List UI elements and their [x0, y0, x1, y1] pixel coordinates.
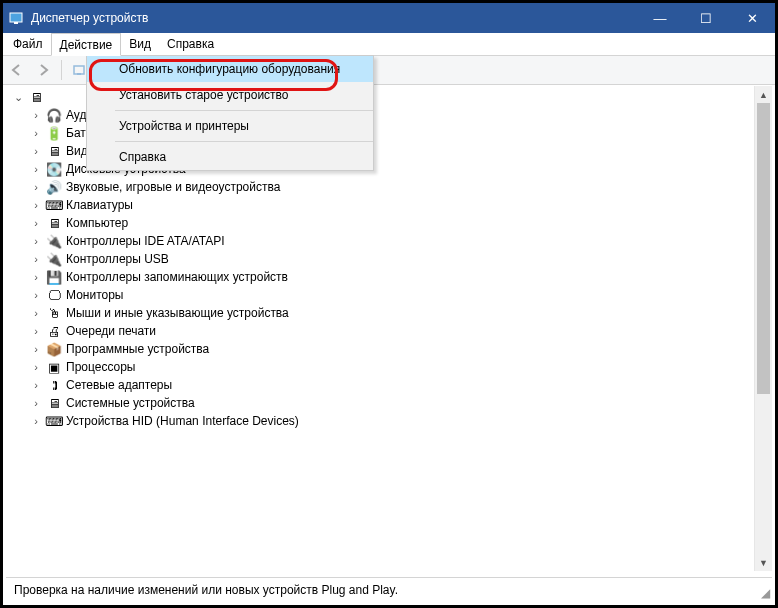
device-label: Контроллеры USB	[66, 252, 169, 266]
expand-icon[interactable]: ›	[30, 109, 42, 121]
device-icon: 🔊	[46, 179, 62, 195]
device-icon: 💽	[46, 161, 62, 177]
device-label: Сетевые адаптеры	[66, 378, 172, 392]
menu-action[interactable]: Действие	[51, 33, 122, 56]
tree-item[interactable]: ›💾Контроллеры запоминающих устройств	[12, 268, 772, 286]
expand-icon[interactable]: ›	[30, 415, 42, 427]
device-icon: 📦	[46, 341, 62, 357]
device-icon: ▣	[46, 359, 62, 375]
device-icon: 💾	[46, 269, 62, 285]
menuitem-help[interactable]: Справка	[87, 144, 373, 170]
expand-icon[interactable]: ›	[30, 397, 42, 409]
svg-rect-3	[77, 73, 81, 75]
expand-icon[interactable]: ›	[30, 379, 42, 391]
close-button[interactable]: ✕	[729, 3, 775, 33]
svg-rect-1	[14, 22, 18, 24]
window-title: Диспетчер устройств	[31, 11, 637, 25]
expand-icon[interactable]: ›	[30, 361, 42, 373]
menu-separator	[115, 110, 373, 111]
tree-item[interactable]: ›🕽Сетевые адаптеры	[12, 376, 772, 394]
menubar: Файл Действие Вид Справка	[3, 33, 775, 56]
device-icon: 🖨	[46, 323, 62, 339]
tree-item[interactable]: ›🖵Мониторы	[12, 286, 772, 304]
device-label: Мониторы	[66, 288, 123, 302]
expand-icon[interactable]: ›	[30, 325, 42, 337]
device-icon: 🔋	[46, 125, 62, 141]
expand-icon[interactable]: ›	[30, 289, 42, 301]
menu-file[interactable]: Файл	[5, 33, 51, 55]
expand-icon[interactable]: ›	[30, 181, 42, 193]
scrollbar-thumb[interactable]	[757, 103, 770, 394]
tree-item[interactable]: ›⌨Устройства HID (Human Interface Device…	[12, 412, 772, 430]
titlebar[interactable]: Диспетчер устройств — ☐ ✕	[3, 3, 775, 33]
device-icon: 🖵	[46, 287, 62, 303]
device-icon: 🎧	[46, 107, 62, 123]
expand-icon[interactable]: ›	[30, 163, 42, 175]
device-icon: ⌨	[46, 197, 62, 213]
expand-icon[interactable]: ›	[30, 307, 42, 319]
menu-help[interactable]: Справка	[159, 33, 222, 55]
expand-icon[interactable]: ›	[30, 235, 42, 247]
tree-item[interactable]: ›🖱Мыши и иные указывающие устройства	[12, 304, 772, 322]
tree-item[interactable]: ›🔌Контроллеры USB	[12, 250, 772, 268]
maximize-button[interactable]: ☐	[683, 3, 729, 33]
expand-icon[interactable]: ›	[30, 199, 42, 211]
action-menu-dropdown: Обновить конфигурацию оборудования Устан…	[86, 55, 374, 171]
expand-icon[interactable]: ›	[30, 343, 42, 355]
app-icon	[9, 10, 25, 26]
device-icon: 🕽	[46, 377, 62, 393]
device-label: Контроллеры запоминающих устройств	[66, 270, 288, 284]
expand-icon[interactable]: ›	[30, 127, 42, 139]
separator	[61, 60, 62, 80]
device-label: Процессоры	[66, 360, 136, 374]
device-label: Компьютер	[66, 216, 128, 230]
minimize-button[interactable]: —	[637, 3, 683, 33]
forward-icon[interactable]	[33, 60, 53, 80]
svg-rect-2	[74, 66, 84, 74]
statusbar-text: Проверка на наличие изменений или новых …	[14, 583, 398, 597]
back-icon[interactable]	[7, 60, 27, 80]
statusbar: Проверка на наличие изменений или новых …	[6, 577, 772, 602]
tree-item[interactable]: ›🖥Компьютер	[12, 214, 772, 232]
tree-item[interactable]: ›🔊Звуковые, игровые и видеоустройства	[12, 178, 772, 196]
device-icon: 🔌	[46, 233, 62, 249]
device-label: Устройства HID (Human Interface Devices)	[66, 414, 299, 428]
device-label: Звуковые, игровые и видеоустройства	[66, 180, 280, 194]
collapse-icon[interactable]: ⌄	[12, 91, 24, 104]
device-icon: 🖥	[46, 215, 62, 231]
expand-icon[interactable]: ›	[30, 253, 42, 265]
device-label: Программные устройства	[66, 342, 209, 356]
tree-item[interactable]: ›⌨Клавиатуры	[12, 196, 772, 214]
tree-item[interactable]: ›📦Программные устройства	[12, 340, 772, 358]
menu-separator	[115, 141, 373, 142]
tree-item[interactable]: ›🔌Контроллеры IDE ATA/ATAPI	[12, 232, 772, 250]
device-icon: ⌨	[46, 413, 62, 429]
vertical-scrollbar[interactable]: ▲ ▼	[754, 86, 772, 571]
tree-item[interactable]: ›🖥Системные устройства	[12, 394, 772, 412]
expand-icon[interactable]: ›	[30, 271, 42, 283]
expand-icon[interactable]: ›	[30, 145, 42, 157]
menuitem-legacy-device[interactable]: Установить старое устройство	[87, 82, 373, 108]
device-icon: 🖥	[46, 395, 62, 411]
menuitem-devices-printers[interactable]: Устройства и принтеры	[87, 113, 373, 139]
tree-item[interactable]: ›▣Процессоры	[12, 358, 772, 376]
expand-icon[interactable]: ›	[30, 217, 42, 229]
menu-view[interactable]: Вид	[121, 33, 159, 55]
device-label: Системные устройства	[66, 396, 195, 410]
device-icon: 🔌	[46, 251, 62, 267]
device-label: Клавиатуры	[66, 198, 133, 212]
device-label: Мыши и иные указывающие устройства	[66, 306, 289, 320]
device-icon: 🖱	[46, 305, 62, 321]
scroll-down-icon[interactable]: ▼	[755, 554, 772, 571]
resize-grip-icon[interactable]: ◢	[761, 586, 770, 600]
device-label: Очереди печати	[66, 324, 156, 338]
menuitem-update-hardware[interactable]: Обновить конфигурацию оборудования	[87, 56, 373, 82]
device-icon: 🖥	[46, 143, 62, 159]
svg-rect-0	[10, 13, 22, 22]
device-label: Контроллеры IDE ATA/ATAPI	[66, 234, 225, 248]
computer-icon: 🖥	[28, 89, 44, 105]
tree-item[interactable]: ›🖨Очереди печати	[12, 322, 772, 340]
scroll-up-icon[interactable]: ▲	[755, 86, 772, 103]
